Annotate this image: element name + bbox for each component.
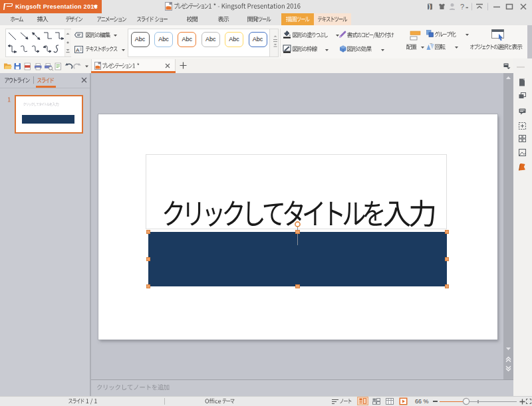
svg-text:): ) — [428, 3, 430, 10]
svg-text:A: A — [76, 47, 80, 53]
svg-text:?: ? — [460, 3, 464, 11]
